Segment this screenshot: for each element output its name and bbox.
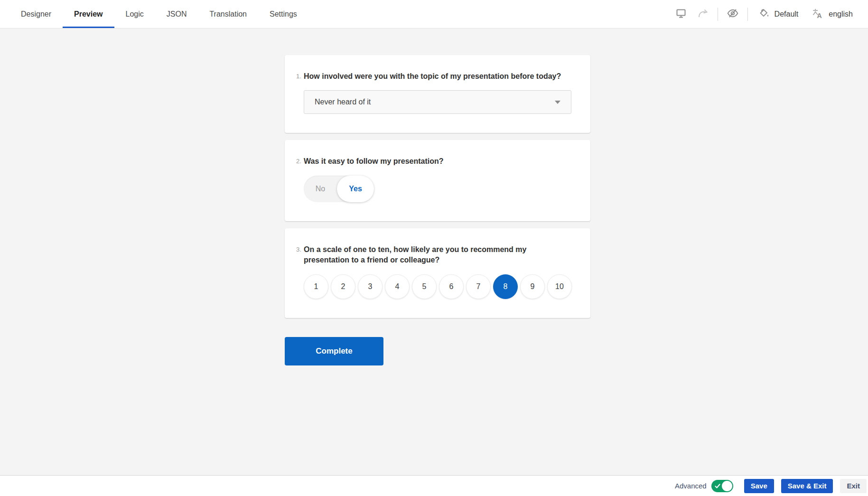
question-2-title: Was it easy to follow my presentation?: [304, 156, 444, 167]
tab-logic-label: Logic: [126, 10, 144, 19]
rating-item-8-selected[interactable]: 8: [493, 274, 518, 299]
theme-icon: [758, 8, 770, 21]
check-icon: [714, 483, 721, 489]
tab-designer[interactable]: Designer: [9, 0, 63, 28]
question-1-title: How involved were you with the topic of …: [304, 71, 561, 82]
save-button[interactable]: Save: [744, 479, 774, 493]
question-1-dropdown[interactable]: Never heard of it: [304, 90, 571, 114]
header-divider: [747, 8, 748, 21]
tab-logic[interactable]: Logic: [114, 0, 155, 28]
tab-preview-label: Preview: [74, 10, 103, 19]
redo-icon: [697, 8, 709, 21]
svg-text:A: A: [817, 12, 822, 19]
advanced-toggle[interactable]: [711, 480, 733, 492]
tab-preview[interactable]: Preview: [63, 0, 114, 28]
advanced-label: Advanced: [675, 482, 707, 490]
rating-item-7[interactable]: 7: [466, 274, 491, 299]
theme-label: Default: [775, 10, 799, 19]
tab-json-label: JSON: [167, 10, 187, 19]
creator-footer: Advanced Save Save & Exit Exit: [0, 475, 868, 496]
header-divider: [718, 8, 718, 21]
dropdown-selected-value: Never heard of it: [315, 98, 371, 106]
question-1-header: 1. How involved were you with the topic …: [304, 71, 571, 82]
complete-button[interactable]: Complete: [285, 337, 383, 365]
boolean-option-yes[interactable]: Yes: [337, 176, 374, 202]
question-2-header: 2. Was it easy to follow my presentation…: [304, 156, 571, 167]
survey-preview-area: 1. How involved were you with the topic …: [0, 28, 868, 475]
redo-button[interactable]: [692, 3, 714, 25]
creator-tab-bar: Designer Preview Logic JSON Translation …: [9, 0, 308, 28]
language-label: english: [829, 10, 853, 19]
exit-button[interactable]: Exit: [840, 479, 867, 493]
question-card-3: 3. On a scale of one to ten, how likely …: [285, 228, 590, 318]
invisible-icon: [727, 7, 739, 21]
device-preview-icon: [675, 8, 687, 21]
tab-translation[interactable]: Translation: [198, 0, 258, 28]
question-card-1: 1. How involved were you with the topic …: [285, 55, 590, 133]
device-preview-button[interactable]: [670, 3, 692, 25]
theme-selector[interactable]: Default: [752, 3, 805, 25]
rating-scale: 1 2 3 4 5 6 7 8 9 10: [304, 274, 571, 299]
rating-item-1[interactable]: 1: [304, 274, 328, 299]
tab-translation-label: Translation: [209, 10, 247, 19]
advanced-toggle-group: Advanced: [675, 480, 733, 492]
save-and-exit-button[interactable]: Save & Exit: [781, 479, 833, 493]
creator-header-actions: Default A english: [670, 0, 859, 28]
hide-preview-button[interactable]: [722, 3, 744, 25]
boolean-toggle[interactable]: No Yes: [304, 176, 374, 202]
tab-json[interactable]: JSON: [155, 0, 198, 28]
boolean-option-no[interactable]: No: [304, 185, 337, 193]
question-2-number: 2.: [296, 156, 304, 167]
language-selector[interactable]: A english: [805, 3, 859, 25]
tab-designer-label: Designer: [21, 10, 51, 19]
question-3-header: 3. On a scale of one to ten, how likely …: [304, 244, 571, 266]
chevron-down-icon: [555, 101, 560, 104]
tab-settings[interactable]: Settings: [258, 0, 308, 28]
question-card-2: 2. Was it easy to follow my presentation…: [285, 140, 590, 221]
rating-item-5[interactable]: 5: [412, 274, 437, 299]
rating-item-3[interactable]: 3: [358, 274, 383, 299]
survey-page: 1. How involved were you with the topic …: [285, 28, 590, 365]
rating-item-2[interactable]: 2: [331, 274, 355, 299]
tab-settings-label: Settings: [270, 10, 297, 19]
rating-item-4[interactable]: 4: [385, 274, 410, 299]
question-1-number: 1.: [296, 71, 304, 82]
toggle-knob: [722, 481, 732, 491]
question-3-number: 3.: [296, 244, 304, 266]
creator-header: Designer Preview Logic JSON Translation …: [0, 0, 868, 28]
question-3-title: On a scale of one to ten, how likely are…: [304, 244, 571, 266]
rating-item-9[interactable]: 9: [520, 274, 545, 299]
language-icon: A: [812, 7, 824, 21]
rating-item-6[interactable]: 6: [439, 274, 464, 299]
rating-item-10[interactable]: 10: [547, 274, 572, 299]
